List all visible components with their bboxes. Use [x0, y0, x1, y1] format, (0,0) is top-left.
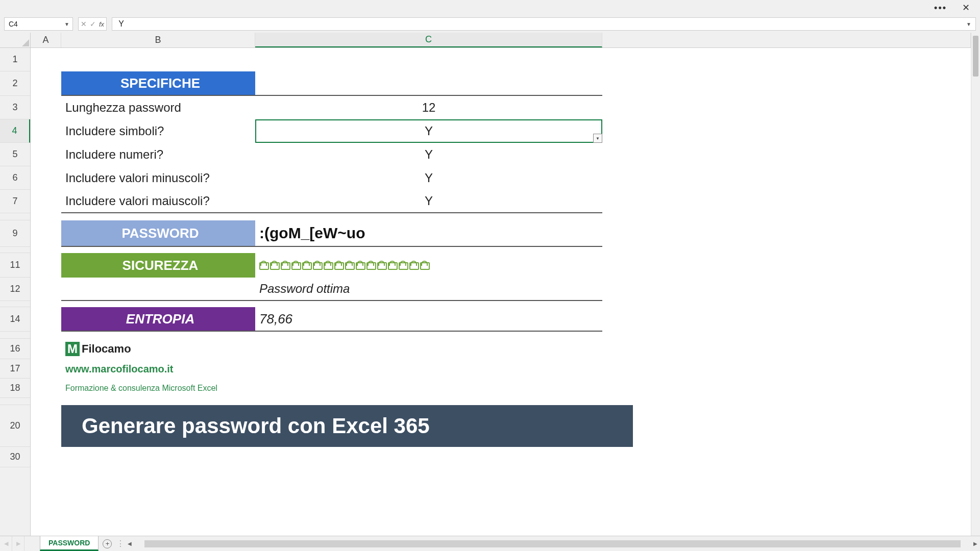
- tagline: Formazione & consulenza Microsoft Excel: [61, 379, 255, 398]
- label-symbols: Includere simboli?: [61, 119, 255, 143]
- lock-icon: [334, 261, 342, 270]
- logo: M Filocamo: [61, 339, 255, 359]
- row-header-20[interactable]: 20: [0, 405, 30, 447]
- page-title-banner: Generare password con Excel 365: [61, 405, 633, 447]
- row-header-4[interactable]: 4: [0, 119, 30, 143]
- row-headers[interactable]: 1 2 3 4 5 6 7 9 11 12 14 16 17 18 20 30: [0, 48, 31, 536]
- value-length[interactable]: 12: [255, 96, 602, 119]
- col-header-A[interactable]: A: [31, 33, 61, 47]
- hscroll-thumb[interactable]: [144, 540, 961, 547]
- label-numbers: Includere numeri?: [61, 143, 255, 166]
- row-1[interactable]: [31, 48, 971, 71]
- row-header-hidden-10[interactable]: [0, 247, 30, 253]
- row-3[interactable]: Lunghezza password 12: [31, 96, 971, 119]
- row-11[interactable]: SICUREZZA: [31, 253, 971, 278]
- row-header-6[interactable]: 6: [0, 166, 30, 190]
- header-specifiche: SPECIFICHE: [61, 71, 255, 96]
- cancel-formula-icon[interactable]: ✕: [81, 20, 87, 28]
- scrollbar-thumb[interactable]: [973, 36, 978, 77]
- horizontal-scrollbar[interactable]: ◀ ▶: [125, 536, 980, 551]
- tab-resize-grip[interactable]: ⋮: [116, 536, 125, 551]
- lock-icon: [388, 261, 396, 270]
- row-header-2[interactable]: 2: [0, 71, 30, 96]
- value-security-locks: [255, 253, 602, 278]
- close-icon[interactable]: ✕: [962, 2, 970, 13]
- lock-icon: [399, 261, 406, 270]
- value-lowercase[interactable]: Y: [255, 166, 602, 190]
- add-sheet-button[interactable]: +: [99, 536, 116, 551]
- row-18[interactable]: Formazione & consulenza Microsoft Excel: [31, 379, 971, 398]
- row-5[interactable]: Includere numeri? Y: [31, 143, 971, 166]
- col-header-B[interactable]: B: [61, 33, 255, 47]
- value-numbers[interactable]: Y: [255, 143, 602, 166]
- hscroll-next-icon[interactable]: ▶: [971, 541, 980, 546]
- row-header-1[interactable]: 1: [0, 48, 30, 71]
- formula-value: Y: [118, 19, 124, 29]
- lock-icon: [366, 261, 374, 270]
- value-symbols[interactable]: Y: [255, 119, 602, 143]
- title-bar: ••• ✕: [0, 0, 980, 15]
- row-header-16[interactable]: 16: [0, 339, 30, 359]
- lock-icon: [291, 261, 299, 270]
- name-box-value: C4: [9, 20, 18, 28]
- sheet-tab-password[interactable]: PASSWORD: [40, 536, 99, 551]
- col-header-blank[interactable]: [602, 33, 971, 47]
- lock-icon: [281, 261, 288, 270]
- row-4[interactable]: Includere simboli? Y: [31, 119, 971, 143]
- row-30[interactable]: [31, 447, 971, 467]
- name-box[interactable]: C4 ▼: [4, 17, 73, 31]
- tab-prev-icon[interactable]: ◀: [0, 536, 12, 551]
- lock-icon: [356, 261, 363, 270]
- row-header-12[interactable]: 12: [0, 278, 30, 301]
- row-header-11[interactable]: 11: [0, 253, 30, 278]
- expand-formula-icon[interactable]: ▼: [966, 21, 971, 27]
- site-link[interactable]: www.marcofilocamo.it: [61, 359, 255, 379]
- row-header-hidden-19[interactable]: [0, 398, 30, 405]
- value-security-text: Password ottima: [255, 278, 602, 301]
- row-14[interactable]: ENTROPIA 78,66: [31, 307, 971, 332]
- tab-next-icon[interactable]: ▶: [12, 536, 24, 551]
- cells-area[interactable]: SPECIFICHE Lunghezza password 12 Include…: [31, 48, 971, 536]
- accept-formula-icon[interactable]: ✓: [90, 20, 96, 28]
- row-6[interactable]: Includere valori minuscoli? Y: [31, 166, 971, 190]
- select-all-corner[interactable]: [0, 33, 31, 48]
- column-headers[interactable]: A B C: [31, 33, 971, 48]
- spreadsheet-grid[interactable]: A B C 1 2 3 4 5 6 7 9 11 12 14 16 17 18 …: [0, 33, 980, 536]
- row-16[interactable]: M Filocamo: [31, 339, 971, 359]
- logo-m-icon: M: [65, 342, 80, 356]
- more-icon[interactable]: •••: [934, 3, 947, 13]
- label-uppercase: Includere valori maiuscoli?: [61, 190, 255, 213]
- lock-icon: [270, 261, 278, 270]
- row-12[interactable]: Password ottima: [31, 278, 971, 301]
- value-uppercase[interactable]: Y: [255, 190, 602, 213]
- row-header-hidden-13[interactable]: [0, 301, 30, 307]
- row-header-7[interactable]: 7: [0, 190, 30, 213]
- row-9[interactable]: PASSWORD :(goM_[eW~uo: [31, 220, 971, 247]
- vertical-scrollbar[interactable]: [971, 33, 980, 536]
- row-17[interactable]: www.marcofilocamo.it: [31, 359, 971, 379]
- row-header-14[interactable]: 14: [0, 307, 30, 332]
- header-password: PASSWORD: [61, 220, 255, 247]
- row-header-9[interactable]: 9: [0, 220, 30, 247]
- logo-text: Filocamo: [82, 342, 131, 356]
- row-header-5[interactable]: 5: [0, 143, 30, 166]
- chevron-down-icon[interactable]: ▼: [64, 21, 69, 27]
- row-header-30[interactable]: 30: [0, 447, 30, 467]
- row-header-3[interactable]: 3: [0, 96, 30, 119]
- row-20[interactable]: Generare password con Excel 365: [31, 405, 971, 447]
- col-header-C[interactable]: C: [255, 33, 602, 47]
- hscroll-prev-icon[interactable]: ◀: [125, 541, 134, 546]
- lock-icon: [409, 261, 417, 270]
- row-7[interactable]: Includere valori maiuscoli? Y: [31, 190, 971, 213]
- row-header-17[interactable]: 17: [0, 359, 30, 379]
- lock-icon: [302, 261, 310, 270]
- fx-icon[interactable]: fx: [99, 20, 104, 28]
- value-password[interactable]: :(goM_[eW~uo: [255, 220, 602, 247]
- row-2[interactable]: SPECIFICHE: [31, 71, 971, 96]
- formula-input[interactable]: Y ▼: [112, 17, 976, 31]
- row-header-18[interactable]: 18: [0, 379, 30, 398]
- row-header-hidden-8[interactable]: [0, 213, 30, 220]
- formula-buttons: ✕ ✓ fx: [78, 17, 107, 31]
- sheet-tab-bar: ◀ ▶ PASSWORD + ⋮ ◀ ▶: [0, 536, 980, 551]
- row-header-hidden-15[interactable]: [0, 332, 30, 339]
